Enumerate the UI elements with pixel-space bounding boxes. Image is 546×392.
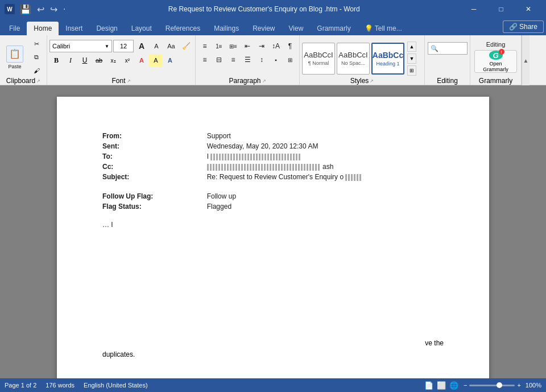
web-view-icon[interactable]: 🌐 — [449, 380, 459, 390]
tab-file[interactable]: File — [2, 22, 27, 35]
tab-design[interactable]: Design — [89, 22, 124, 35]
multilevel-button[interactable]: ⊞≡ — [226, 40, 240, 52]
font-size-selector[interactable]: 12 — [113, 40, 134, 52]
ribbon-collapse-button[interactable]: ▲ — [522, 35, 530, 85]
justify-button[interactable]: ☰ — [241, 53, 254, 66]
paragraph-expand[interactable]: ↗ — [262, 79, 266, 84]
styles-scroll-up[interactable]: ▲ — [407, 42, 416, 52]
highlight-button[interactable]: A — [149, 54, 163, 67]
shading-button[interactable]: ▪ — [269, 53, 283, 66]
tab-references[interactable]: References — [159, 22, 207, 35]
strikethrough-button[interactable]: ab — [92, 54, 106, 67]
tab-grammarly[interactable]: Grammarly — [310, 22, 357, 35]
align-left-button[interactable]: ≡ — [198, 53, 212, 66]
font-color-button[interactable]: A — [135, 54, 148, 67]
change-case-button[interactable]: Aa — [164, 40, 178, 52]
style-no-space[interactable]: AaBbCcI No Spac... — [337, 43, 370, 75]
subject-value: Re: Request to Review Customer's Enquiry… — [202, 172, 444, 182]
decrease-indent-button[interactable]: ⇤ — [241, 40, 254, 52]
editing-label-row: Editing — [427, 77, 468, 85]
paste-button[interactable]: 📋 Paste — [2, 43, 27, 72]
quick-access-toolbar: 💾 ↩ ↪ · — [18, 4, 67, 15]
borders-button[interactable]: ⊞ — [283, 53, 297, 66]
numbering-button[interactable]: 1≡ — [212, 40, 226, 52]
search-ribbon-icon: 🔍 — [431, 45, 439, 52]
undo-icon[interactable]: ↩ — [35, 4, 46, 15]
tab-review[interactable]: Review — [246, 22, 282, 35]
sort-button[interactable]: ↕A — [269, 40, 283, 52]
font-name-selector[interactable]: Calibri ▼ — [49, 40, 112, 52]
email-body[interactable]: … I — [102, 221, 444, 229]
font-dropdown-icon: ▼ — [105, 44, 109, 49]
superscript-button[interactable]: x² — [121, 54, 134, 67]
editing-label: Editing — [437, 77, 458, 85]
zoom-slider: − + — [464, 382, 521, 389]
align-right-button[interactable]: ≡ — [226, 53, 240, 66]
increase-indent-button[interactable]: ⇥ — [255, 40, 268, 52]
save-icon[interactable]: 💾 — [18, 4, 33, 15]
style-normal[interactable]: AaBbCcI ¶ Normal — [302, 43, 335, 75]
redo-icon[interactable]: ↪ — [48, 4, 59, 15]
style-heading1[interactable]: AaBbCc Heading 1 — [371, 43, 404, 75]
search-ribbon-box[interactable]: 🔍 — [428, 42, 468, 55]
zoom-in-button[interactable]: + — [517, 382, 520, 389]
grammarly-content: Editing G ! Open Grammarly — [473, 38, 519, 77]
tab-mailings[interactable]: Mailings — [207, 22, 246, 35]
clipboard-expand[interactable]: ↗ — [36, 79, 40, 84]
flag-status-row: Flag Status: Flagged — [102, 201, 444, 212]
cut-button[interactable]: ✂ — [28, 38, 44, 51]
sent-label: Sent: — [102, 141, 202, 151]
zoom-thumb[interactable] — [497, 382, 502, 388]
line-spacing-button[interactable]: ↕ — [255, 53, 268, 66]
zoom-track[interactable] — [469, 385, 515, 386]
clipboard-group: 📋 Paste ✂ ⧉ 🖌 Clipboard ↗ — [0, 35, 47, 85]
font-grow-button[interactable]: A — [135, 40, 148, 52]
print-view-icon[interactable]: ⬜ — [436, 380, 446, 390]
close-button[interactable]: ✕ — [515, 0, 541, 18]
tab-tell-me[interactable]: 💡 Tell me... — [358, 22, 409, 35]
body-end-right: ve the — [425, 339, 444, 347]
language-indicator[interactable]: English (United States) — [84, 382, 148, 389]
grammarly-open-button[interactable]: G ! Open Grammarly — [474, 50, 517, 73]
tab-view[interactable]: View — [282, 22, 311, 35]
view-icons: 📄 ⬜ 🌐 — [424, 380, 459, 390]
word-icon: W — [5, 4, 15, 14]
text-effect-button[interactable]: A — [163, 54, 177, 67]
editing-content: 🔍 — [427, 38, 468, 77]
font-label: Font — [111, 77, 125, 85]
underline-button[interactable]: U — [78, 54, 92, 67]
format-painter-button[interactable]: 🖌 — [28, 64, 44, 77]
styles-expand-arrow[interactable]: ↗ — [370, 79, 374, 84]
zoom-percentage[interactable]: 100% — [526, 382, 541, 389]
copy-button[interactable]: ⧉ — [28, 51, 44, 64]
editing-group: 🔍 Editing — [425, 35, 470, 85]
subject-row: Subject: Re: Request to Review Customer'… — [102, 172, 444, 182]
para-row-1: ≡ 1≡ ⊞≡ ⇤ ⇥ ↕A ¶ — [198, 40, 297, 52]
styles-expand[interactable]: ⊞ — [407, 65, 416, 76]
paragraph-content: ≡ 1≡ ⊞≡ ⇤ ⇥ ↕A ¶ ≡ ⊟ ≡ ☰ ↕ ▪ ⊞ — [198, 38, 297, 77]
tab-insert[interactable]: Insert — [59, 22, 89, 35]
restore-button[interactable]: □ — [488, 0, 514, 18]
tab-layout[interactable]: Layout — [125, 22, 159, 35]
bold-button[interactable]: B — [49, 54, 63, 67]
styles-label: Styles — [350, 77, 369, 85]
bullets-button[interactable]: ≡ — [198, 40, 212, 52]
tab-home[interactable]: Home — [27, 22, 59, 35]
document-page[interactable]: From: Support Sent: Wednesday, May 20, 2… — [57, 97, 489, 378]
to-value: I — [202, 151, 444, 162]
paragraph-group: ≡ 1≡ ⊞≡ ⇤ ⇥ ↕A ¶ ≡ ⊟ ≡ ☰ ↕ ▪ ⊞ Paragraph… — [196, 35, 300, 85]
font-shrink-button[interactable]: A — [150, 40, 163, 52]
ribbon-tab-bar: File Home Insert Design Layout Reference… — [0, 18, 546, 35]
share-button[interactable]: 🔗 Share — [503, 20, 544, 33]
font-expand[interactable]: ↗ — [127, 79, 131, 84]
read-view-icon[interactable]: 📄 — [424, 380, 434, 390]
align-center-button[interactable]: ⊟ — [212, 53, 226, 66]
zoom-out-button[interactable]: − — [464, 382, 467, 389]
clear-format-button[interactable]: 🧹 — [179, 40, 193, 52]
italic-button[interactable]: I — [64, 54, 77, 67]
minimize-button[interactable]: ─ — [461, 0, 487, 18]
subscript-button[interactable]: x₂ — [106, 54, 120, 67]
styles-scroll-down[interactable]: ▼ — [407, 53, 416, 64]
show-marks-button[interactable]: ¶ — [283, 40, 297, 52]
grammarly-label-row: Grammarly — [473, 77, 519, 85]
